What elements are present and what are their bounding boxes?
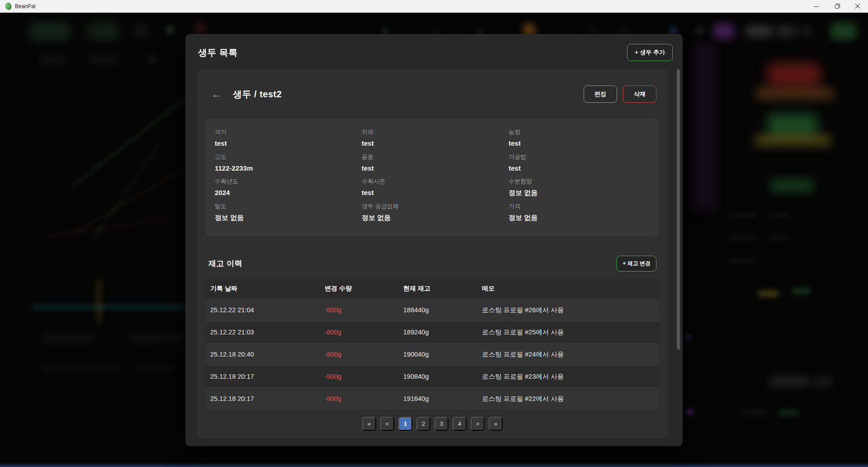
background-glow [46,218,171,238]
background-glow [96,280,102,323]
inventory-table-header: 기록 날짜 변경 수량 현재 재고 메모 [206,279,659,299]
background-glow [799,25,812,37]
bean-detail-card: ← 생두 / test2 편집 삭제 국가test지역test농장test고도1… [197,69,668,439]
beanpal-logo-icon [5,2,12,10]
inventory-header: 재고 이력 + 재고 변경 [206,256,659,272]
field-value: test [362,164,503,172]
info-field: 국가test [215,128,356,153]
background-glow [769,213,789,218]
background-glow [43,366,122,372]
field-value: 정보 없음 [362,214,503,222]
background-glow [87,22,119,41]
background-glow [165,25,175,34]
modal-header: 생두 목록 + 생두 추가 [185,34,683,61]
field-value: 1122-2233m [215,164,356,172]
info-field: 농장test [509,128,650,153]
cell-stock: 188440g [399,306,477,314]
minimize-button[interactable] [806,0,826,13]
background-glow [729,235,756,241]
cell-date: 25.12.18 20:40 [206,351,320,358]
info-field: 수분함량정보 없음 [509,177,650,202]
background-glow [755,135,831,146]
info-field: 품종test [362,153,503,178]
back-arrow-icon[interactable]: ← [208,89,225,100]
pagination: «<1234>» [206,417,659,431]
close-button[interactable] [847,0,868,13]
field-label: 고도 [215,153,356,161]
add-bean-button[interactable]: + 생두 추가 [627,44,673,61]
background-glow [129,333,185,343]
page-number-button[interactable]: 4 [453,417,467,431]
background-glow [778,410,799,416]
background-glow [71,86,200,188]
cell-stock: 190040g [399,351,477,358]
field-label: 생두 공급업체 [362,202,503,210]
minimize-icon [814,6,819,7]
field-label: 수확시즌 [362,177,503,186]
background-glow [134,24,149,37]
field-label: 수확년도 [215,177,356,186]
background-glow [693,43,716,210]
info-field: 밀도정보 없음 [215,202,356,227]
page-number-button[interactable]: 1 [398,417,412,431]
cell-date: 25.12.22 21:03 [206,329,320,336]
info-field: 수확년도2024 [215,177,356,202]
cell-date: 25.12.22 21:04 [206,306,320,314]
field-label: 가격 [509,202,650,210]
cell-date: 25.12.18 20:17 [206,373,320,380]
field-value: 2024 [215,189,356,196]
page-prev-button[interactable]: < [380,417,394,431]
cell-memo: 로스팅 프로필 #25에서 사용 [477,328,659,337]
cell-change: -800g [320,395,399,402]
background-glow [136,366,172,372]
background-glow [43,333,95,343]
window-controls [806,0,868,13]
column-header-date: 기록 날짜 [206,285,320,293]
field-value: test [509,164,650,172]
green-bean-list-modal: 생두 목록 + 생두 추가 ← 생두 / test2 편집 삭제 국가test지… [185,34,683,446]
background-glow [759,291,778,297]
info-field: 고도1122-2233m [215,153,356,178]
background-glow [814,376,832,387]
info-field: 수확시즌test [362,177,503,202]
field-value: 정보 없음 [509,214,650,222]
bottom-accent-band [0,462,868,467]
stock-change-button[interactable]: + 재고 변경 [617,256,656,272]
cell-change: -800g [320,373,399,380]
table-row[interactable]: 25.12.18 20:17-800g191640g로스팅 프로필 #22에서 … [206,387,659,410]
background-glow [729,258,756,263]
background-glow [776,25,796,37]
field-label: 품종 [362,153,503,161]
field-label: 가공법 [509,153,650,161]
background-glow [194,24,206,33]
field-label: 지역 [362,128,503,136]
background-glow [146,55,157,64]
inventory-title: 재고 이력 [208,258,242,269]
background-glow [90,55,118,64]
background-glow [831,23,856,40]
info-field: 가공법test [509,153,650,178]
page-first-button[interactable]: « [362,417,376,431]
info-field: 가격정보 없음 [509,202,650,227]
cell-memo: 로스팅 프로필 #22에서 사용 [477,395,659,403]
background-glow [713,24,734,39]
column-header-stock: 현재 재고 [399,285,477,293]
page-number-button[interactable]: 2 [416,417,430,431]
inventory-table: 기록 날짜 변경 수량 현재 재고 메모 25.12.22 21:04-800g… [206,279,659,410]
page-last-button[interactable]: » [489,417,503,431]
delete-button[interactable]: 삭제 [623,86,656,103]
table-row[interactable]: 25.12.22 21:04-800g188440g로스팅 프로필 #26에서 … [206,299,659,321]
page-next-button[interactable]: > [471,417,485,431]
page-number-button[interactable]: 3 [434,417,448,431]
bean-info-grid: 국가test지역test농장test고도1122-2233m품종test가공법t… [206,118,659,237]
field-value: test [362,189,503,196]
modal-scrollbar-thumb[interactable] [677,69,680,350]
table-row[interactable]: 25.12.22 21:03-800g189240g로스팅 프로필 #25에서 … [206,321,659,343]
table-row[interactable]: 25.12.18 20:17-800g190840g로스팅 프로필 #23에서 … [206,365,659,387]
window-title: BeanPal [15,3,35,10]
cell-stock: 191640g [399,395,477,402]
table-row[interactable]: 25.12.18 20:40-800g190040g로스팅 프로필 #24에서 … [206,343,659,365]
edit-button[interactable]: 편집 [584,86,617,103]
background-glow [769,376,810,387]
maximize-button[interactable] [826,0,847,13]
